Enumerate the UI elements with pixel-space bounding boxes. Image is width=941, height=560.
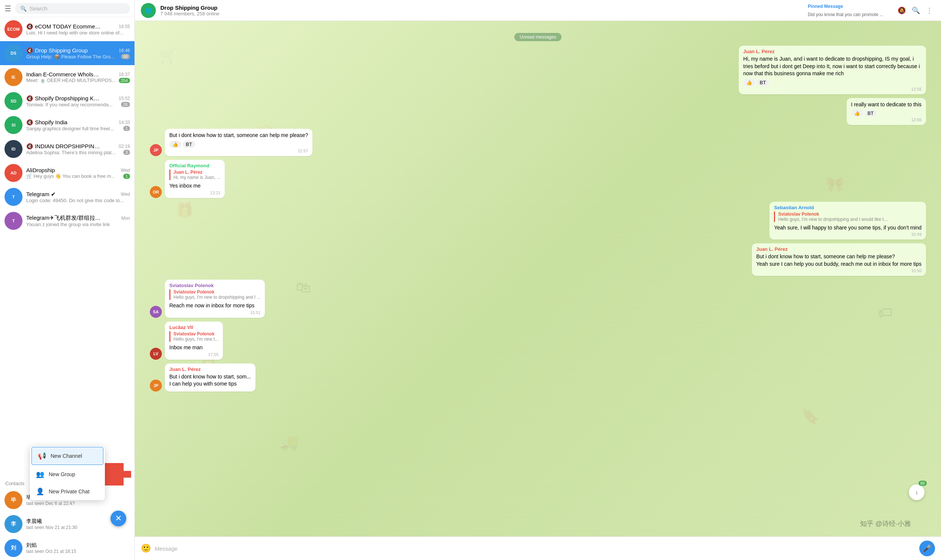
chat-avatar: ECOM: [5, 20, 23, 38]
reaction[interactable]: BT: [865, 110, 877, 117]
chat-preview: Login code: 49450. Do not give this code…: [26, 198, 124, 203]
reaction[interactable]: 👍: [851, 110, 863, 117]
msg-time: 15:49: [774, 232, 921, 237]
chat-item-drop-shipping[interactable]: DS 🔇 Drop Shipping Group 16:46 Group Hel…: [0, 41, 134, 65]
message-bubble: Official Raymond Juan L. Pérez Hi, my na…: [165, 160, 225, 198]
chat-panel: 🌐 Drop Shipping Group 7 048 members, 258…: [135, 0, 941, 560]
chat-header-sub: 7 048 members, 258 online: [160, 11, 804, 17]
msg-text: Yes inbox me: [169, 182, 220, 190]
search-input[interactable]: [29, 5, 125, 12]
menu-item-icon: 👤: [36, 488, 44, 495]
chat-info: AliDropship Wed 🛒 Hey guys 👋 You can boo…: [26, 167, 130, 179]
chat-name: 🔇 Shopify India: [26, 119, 68, 126]
new-chat-fab[interactable]: ✕: [111, 511, 126, 526]
contact-item[interactable]: 刘 刘焰 last seen Oct 21 at 18:15: [0, 536, 134, 560]
sender-name: Official Raymond: [169, 163, 220, 168]
chat-preview: 🛒 Hey guys 👋 You can book a free m...: [26, 173, 115, 179]
msg-time: 15:50: [756, 268, 921, 273]
context-menu-item-new-channel[interactable]: 📢 New Channel: [31, 447, 103, 465]
search-box[interactable]: 🔍: [15, 3, 130, 14]
msg-text: Inbox me man: [169, 344, 218, 351]
reaction[interactable]: 👍: [743, 79, 755, 86]
chat-list: ECOM 🔇 eCOM TODAY Ecommerce | ENG C... 1…: [0, 17, 134, 476]
chat-item-shopify-drop[interactable]: SD 🔇 Shopify Dropshipping Knowledge ... …: [0, 89, 134, 113]
sender-name: Sebastian Arnold: [774, 205, 921, 210]
reply-preview: Sviatoslav Polenok Hello guys, I'm new t…: [169, 331, 218, 342]
chat-badge: 26: [121, 102, 130, 107]
chat-item-telegram[interactable]: T Telegram ✔ Wed Login code: 49450. Do n…: [0, 185, 134, 209]
reactions-row: 👍BT: [169, 141, 308, 148]
message-row: SA Sviatoslav Polenok Sviatoslav Polenok…: [150, 280, 926, 318]
context-menu-item-new-group[interactable]: 👥 New Group: [30, 466, 105, 483]
chat-item-alidropship[interactable]: AD AliDropship Wed 🛒 Hey guys 👋 You can …: [0, 161, 134, 185]
messages-container: Juan L. Pérez Hi, my name is Juan, and i…: [150, 46, 926, 395]
message-bubble: But i dont know how to start, someone ca…: [165, 129, 312, 156]
chat-preview: Adelina Sophia: There's this mining plat…: [26, 150, 116, 155]
chat-info: 🔇 Shopify India 14:33 Sanjay graphics de…: [26, 119, 130, 131]
more-options-button[interactable]: ⋮: [924, 4, 935, 17]
reply-text: Hello guys, I'm new to dropshipping and …: [778, 217, 890, 222]
msg-text: Yeah sure, I will happy to share you som…: [774, 224, 921, 232]
pinned-message-bar[interactable]: Pinned Message Did you know that you can…: [808, 4, 883, 17]
reaction[interactable]: BT: [757, 79, 769, 86]
chat-item-shopify-india[interactable]: SI 🔇 Shopify India 14:33 Sanjay graphics…: [0, 113, 134, 137]
sender-name: Juan L. Pérez: [169, 366, 251, 372]
reply-preview: Sviatoslav Polenok Hello guys, I'm new t…: [169, 289, 260, 300]
message-bubble: Juan L. Pérez Hi, my name is Juan, and i…: [739, 46, 926, 94]
chat-avatar: T: [5, 188, 23, 206]
reply-preview: Juan L. Pérez Hi, my name is Juan, ...: [169, 169, 220, 180]
chat-name: 🔇 eCOM TODAY Ecommerce | ENG C...: [26, 23, 101, 30]
chat-info: Telegram✈飞机群发/群组拉人/群... ✔ Mon Yixuan z j…: [26, 214, 130, 227]
chat-avatar: SD: [5, 92, 23, 110]
chat-avatar: ID: [5, 140, 23, 158]
reaction[interactable]: BT: [183, 141, 195, 148]
hamburger-icon[interactable]: ☰: [5, 4, 11, 13]
reply-author: Sviatoslav Polenok: [173, 289, 260, 295]
message-row: LV Lucãaz VII Sviatoslav Polenok Hello g…: [150, 322, 926, 360]
chat-item-ecom-today[interactable]: ECOM 🔇 eCOM TODAY Ecommerce | ENG C... 1…: [0, 17, 134, 41]
msg-text: But i dont know how to start, someone ca…: [756, 253, 921, 268]
message-row: I really want to dedicate to this 👍BT 12…: [150, 98, 926, 125]
search-icon: 🔍: [20, 6, 26, 12]
chat-time: 16:55: [119, 24, 130, 29]
reaction[interactable]: 👍: [169, 141, 181, 148]
msg-text: But i dont know how to start, someone ca…: [169, 132, 308, 139]
chat-name: AliDropship: [26, 167, 55, 173]
pinned-text: Did you know that you can promote ...: [808, 12, 883, 17]
mic-button[interactable]: 🎤: [919, 540, 935, 556]
chat-preview: Tomiwa: If you need any recommenda...: [26, 102, 113, 108]
search-chat-button[interactable]: 🔍: [910, 4, 922, 17]
down-arrow-icon: ↓: [915, 489, 918, 495]
scroll-btn[interactable]: 88 ↓: [909, 485, 924, 500]
chat-name: Telegram ✔: [26, 191, 56, 198]
context-menu-item-new-private-chat[interactable]: 👤 New Private Chat: [30, 483, 105, 500]
menu-item-icon: 👥: [36, 470, 44, 478]
chat-header: 🌐 Drop Shipping Group 7 048 members, 258…: [135, 0, 941, 21]
msg-time: 17:55: [169, 352, 218, 357]
emoji-button[interactable]: 🙂: [141, 543, 151, 553]
context-menu: 📢 New Channel 👥 New Group 👤 New Private …: [30, 446, 105, 500]
scroll-badge: 88: [918, 481, 927, 486]
msg-time: 15:51: [169, 310, 260, 315]
chat-item-telegram-fly[interactable]: T Telegram✈飞机群发/群组拉人/群... ✔ Mon Yixuan z…: [0, 209, 134, 233]
chat-time: 16:46: [119, 48, 130, 53]
chat-avatar: SI: [5, 116, 23, 134]
chat-item-indian-ecom[interactable]: IE Indian E-Commerce Wholsaler B2... 16:…: [0, 65, 134, 89]
unread-label: Unread messages: [514, 33, 561, 41]
pinned-label: Pinned Message: [808, 4, 843, 9]
message-input[interactable]: [155, 542, 916, 555]
chat-preview: Luis: Hi I need help with one store onli…: [26, 30, 123, 35]
msg-time: 12:56: [743, 87, 921, 91]
chat-info: 🔇 INDIAN DROPSHIPPING🚀🤑 02:19 Adelina So…: [26, 143, 130, 155]
chat-item-indian-drop[interactable]: ID 🔇 INDIAN DROPSHIPPING🚀🤑 02:19 Adelina…: [0, 137, 134, 161]
chat-name: 🔇 Shopify Dropshipping Knowledge ...: [26, 95, 101, 102]
contact-status: last seen Nov 21 at 21:30: [26, 525, 130, 530]
chat-info: 🔇 Shopify Dropshipping Knowledge ... 15:…: [26, 95, 130, 108]
message-bubble: Lucãaz VII Sviatoslav Polenok Hello guys…: [165, 322, 223, 360]
mute-button[interactable]: 🔕: [895, 4, 908, 17]
chat-time: Wed: [121, 168, 130, 173]
message-row: Juan L. Pérez But i dont know how to sta…: [150, 243, 926, 276]
chat-time: 14:33: [119, 120, 130, 125]
chat-avatar: AD: [5, 164, 23, 182]
reactions-row: 👍BT: [743, 79, 921, 86]
